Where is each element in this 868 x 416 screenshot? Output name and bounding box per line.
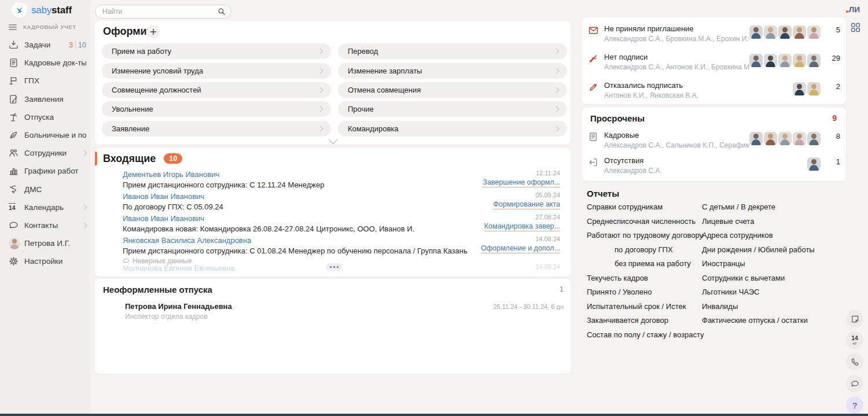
inbox-item[interactable]: Дементьев Игорь Иванович Прием дистанцио… — [100, 169, 566, 189]
chevron-right-icon — [318, 126, 323, 132]
report-link[interactable]: Лицевые счета — [702, 217, 823, 231]
report-link[interactable]: Фактические отпуска / остатки — [702, 316, 823, 330]
sidebar-item-employees[interactable]: Сотрудники — [9, 144, 86, 162]
sidebar-item-vacations[interactable]: Отпуска — [9, 108, 86, 126]
person-link[interactable]: Дементьев Игорь Иванович — [123, 170, 219, 179]
user-avatar — [9, 238, 19, 248]
document-icon — [9, 58, 19, 68]
report-link[interactable]: по договору ГПХ — [587, 245, 700, 260]
item-date: 27.08.24 — [535, 213, 560, 220]
sidebar-item-contacts[interactable]: Контакты — [9, 216, 86, 234]
sidebar-item-gph[interactable]: ГПХ — [9, 72, 86, 90]
report-link[interactable]: Испытательный срок / Истек — [587, 302, 700, 316]
inbox-card: Входящие10 Дементьев Игорь Иванович Прие… — [95, 148, 571, 277]
apps-grid-icon[interactable] — [851, 23, 860, 32]
reports-column-2: С детьми / В декрете Лицевые счета Адрес… — [702, 203, 823, 330]
inbox-item[interactable]: Иванов Иван Иванович По договору ГПХ: С … — [100, 191, 566, 211]
report-link[interactable]: Среднесписочная численность — [587, 217, 700, 231]
register-button-dismissal[interactable]: Увольнение — [102, 101, 331, 117]
register-button-application[interactable]: Заявление — [102, 121, 331, 137]
person-link[interactable]: Иванов Иван Иванович — [123, 214, 204, 223]
inbox-item[interactable]: Янковская Василиса Александровна Прием д… — [100, 235, 566, 265]
notification-row[interactable]: Отказались подписать Антонов К.И., Янков… — [588, 81, 840, 100]
sidebar-item-profile[interactable]: Петрова И.Г. — [9, 234, 86, 252]
person-link[interactable]: Иванов Иван Иванович — [123, 192, 204, 201]
reports-column-1: Справки сотрудникам Среднесписочная числ… — [587, 203, 700, 344]
report-link[interactable]: Принято / Уволено — [587, 288, 700, 302]
report-link[interactable]: Заканчивается договор — [587, 316, 700, 330]
register-button-hire[interactable]: Прием на работу — [102, 43, 331, 59]
people-icon — [9, 148, 19, 158]
bar-chart-icon — [9, 166, 19, 176]
phone-icon — [851, 358, 859, 366]
user-initials-button[interactable]: ЛИ — [846, 5, 860, 14]
sidebar-item-sick-leaves[interactable]: Больничные и пос — [9, 126, 86, 144]
notification-count: 29 — [821, 54, 840, 62]
vacation-item[interactable]: Петрова Ирина Геннадьевна Инспектор отде… — [100, 300, 566, 321]
no-signature-icon — [588, 54, 599, 64]
reports-title: Отчеты — [587, 189, 619, 198]
register-button-other[interactable]: Прочие — [338, 101, 567, 117]
report-link[interactable]: С детьми / В декрете — [702, 203, 823, 217]
report-link[interactable]: Состав по полу / стажу / возрасту — [587, 330, 700, 345]
report-link[interactable]: Иностранцы — [702, 259, 823, 274]
report-link[interactable]: Работают по трудовому договору — [587, 231, 700, 245]
sidebar-item-dms[interactable]: ДМС — [9, 181, 86, 198]
inbox-item[interactable]: Иванов Иван Иванович Командировка новая:… — [100, 213, 566, 233]
overdue-row[interactable]: Отсутствия Александров С.А. 1 — [588, 156, 840, 175]
stage-link[interactable]: Формирование акта — [493, 200, 560, 209]
chat-button[interactable] — [846, 375, 863, 392]
chevron-right-icon — [318, 49, 323, 54]
register-button-salary-change[interactable]: Изменение зарплаты — [338, 63, 567, 79]
chevron-right-icon — [318, 106, 323, 112]
notifications-card: Не приняли приглашение Александров С.А.,… — [582, 17, 846, 104]
calendar-button[interactable]: 14 чт — [846, 332, 863, 349]
show-more-button[interactable] — [326, 263, 342, 271]
document-pencil-icon — [9, 94, 19, 104]
stage-link[interactable]: Завершение оформл... — [483, 178, 560, 187]
report-link[interactable]: Справки сотрудникам — [587, 203, 700, 217]
add-button[interactable] — [147, 25, 160, 38]
report-link[interactable]: Адреса сотрудников — [702, 231, 823, 245]
register-button-conditions-change[interactable]: Изменение условий труда — [102, 63, 331, 79]
report-link[interactable]: Текучесть кадров — [587, 274, 700, 288]
notification-row[interactable]: Нет подписи Александров С.А., Антонов К.… — [588, 53, 840, 71]
report-link[interactable]: Льготники ЧАЭС — [702, 288, 823, 302]
register-button-combination-cancel[interactable]: Отмена совмещения — [338, 82, 567, 98]
expand-more-icon[interactable] — [329, 135, 338, 145]
register-button-transfer[interactable]: Перевод — [338, 43, 567, 59]
report-link[interactable]: Дни рождения / Юбилей работы — [702, 245, 823, 260]
register-button-business-trip[interactable]: Командировка — [338, 121, 567, 137]
person-link[interactable]: Янковская Василиса Александровна — [123, 236, 251, 245]
overdue-card: Просрочены 9 Кадровые Александров С.А., … — [582, 108, 846, 181]
report-link[interactable]: Сотрудники с вычетами — [702, 274, 823, 288]
chevron-right-icon — [554, 68, 560, 74]
chevron-right-icon — [82, 205, 87, 211]
search-input[interactable] — [95, 8, 218, 16]
sidebar-item-applications[interactable]: Заявления — [9, 90, 86, 108]
help-button[interactable]: ? — [846, 396, 863, 414]
vacations-count: 1 — [560, 285, 564, 293]
stage-link[interactable]: Оформление и допол... — [481, 244, 560, 253]
inbox-badge: 10 — [164, 153, 182, 164]
overdue-row[interactable]: Кадровые Александров С.А., Сальников К.П… — [588, 131, 840, 149]
notes-button[interactable] — [846, 310, 863, 327]
saby-bird-icon — [12, 2, 27, 18]
notification-row[interactable]: Не приняли приглашение Александров С.А.,… — [588, 24, 840, 43]
app-logo[interactable]: sabystaff — [12, 2, 72, 18]
sidebar-item-calendar[interactable]: 14 Календарь — [9, 198, 86, 216]
sidebar-item-hr-docs[interactable]: Кадровые док-ты — [9, 54, 86, 72]
report-link[interactable]: без приема на работу — [587, 259, 700, 274]
sidebar-item-settings[interactable]: Настройки — [9, 252, 86, 270]
sidebar-item-work-schedules[interactable]: Графики работ — [9, 162, 86, 180]
person-link[interactable]: Молчанова Евгения Евгеньевна — [123, 264, 234, 273]
sidebar-item-tasks[interactable]: Задачи 3 10 — [9, 36, 86, 54]
hamburger-menu-icon[interactable] — [9, 27, 17, 28]
avatar-stack — [807, 157, 821, 171]
avatar-stack — [749, 25, 821, 39]
register-button-combination[interactable]: Совмещение должностей — [102, 82, 331, 98]
stage-link[interactable]: Командировка завер... — [484, 222, 560, 231]
tasks-inbox-icon — [9, 40, 19, 50]
report-link[interactable]: Инвалиды — [702, 302, 823, 316]
phone-button[interactable] — [846, 353, 863, 370]
